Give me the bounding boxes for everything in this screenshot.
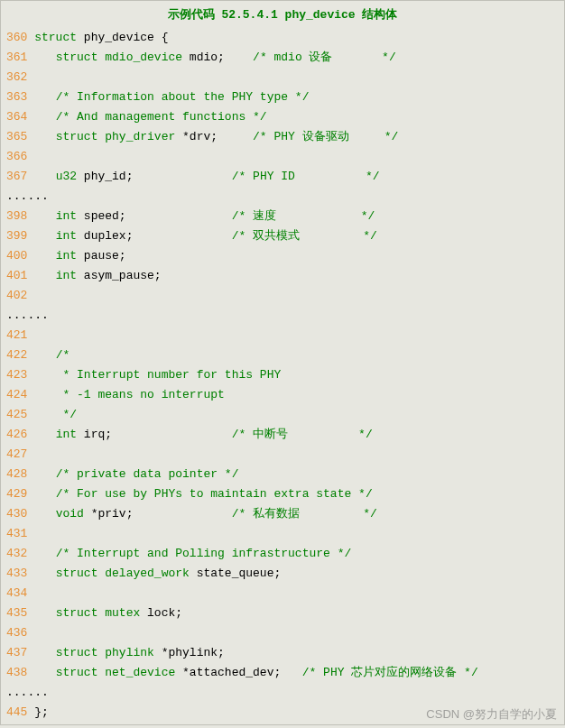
- code-line: 361 struct mdio_device mdio; /* mdio 设备 …: [3, 48, 562, 68]
- code-line: 360 struct phy_device {: [3, 28, 562, 48]
- code-line: 401 int asym_pause;: [3, 266, 562, 286]
- watermark: CSDN @努力自学的小夏: [426, 706, 557, 723]
- ellipsis: ......: [3, 683, 562, 703]
- code-line: 429 /* For use by PHYs to maintain extra…: [3, 484, 562, 504]
- code-line: 433 struct delayed_work state_queue;: [3, 564, 562, 584]
- code-line: 400 int pause;: [3, 246, 562, 266]
- code-block: 示例代码 52.5.4.1 phy_device 结构体 360 struct …: [0, 0, 565, 725]
- code-line: 434: [3, 584, 562, 604]
- code-line: 425 */: [3, 405, 562, 425]
- ellipsis: ......: [3, 187, 562, 207]
- code-line: 430 void *priv; /* 私有数据 */: [3, 504, 562, 524]
- code-line: 422 /*: [3, 346, 562, 365]
- code-line: 363 /* Information about the PHY type */: [3, 88, 562, 107]
- code-line: 367 u32 phy_id; /* PHY ID */: [3, 167, 562, 187]
- code-line: 431: [3, 524, 562, 544]
- code-line: 438 struct net_device *attached_dev; /* …: [3, 663, 562, 683]
- code-line: 398 int speed; /* 速度 */: [3, 207, 562, 226]
- code-line: 399 int duplex; /* 双共模式 */: [3, 226, 562, 246]
- code-line: 435 struct mutex lock;: [3, 604, 562, 623]
- code-line: 427: [3, 445, 562, 465]
- code-line: 437 struct phylink *phylink;: [3, 643, 562, 663]
- code-line: 423 * Interrupt number for this PHY: [3, 365, 562, 385]
- code-line: 421: [3, 326, 562, 346]
- code-line: 426 int irq; /* 中断号 */: [3, 425, 562, 445]
- code-line: 366: [3, 147, 562, 167]
- code-line: 432 /* Interrupt and Polling infrastruct…: [3, 544, 562, 564]
- code-line: 436: [3, 623, 562, 643]
- code-line: 365 struct phy_driver *drv; /* PHY 设备驱动 …: [3, 127, 562, 147]
- code-line: 424 * -1 means no interrupt: [3, 385, 562, 405]
- code-line: 364 /* And management functions */: [3, 107, 562, 127]
- code-line: 402: [3, 286, 562, 306]
- code-title: 示例代码 52.5.4.1 phy_device 结构体: [3, 5, 562, 28]
- ellipsis: ......: [3, 306, 562, 326]
- code-line: 428 /* private data pointer */: [3, 465, 562, 484]
- code-line: 362: [3, 68, 562, 88]
